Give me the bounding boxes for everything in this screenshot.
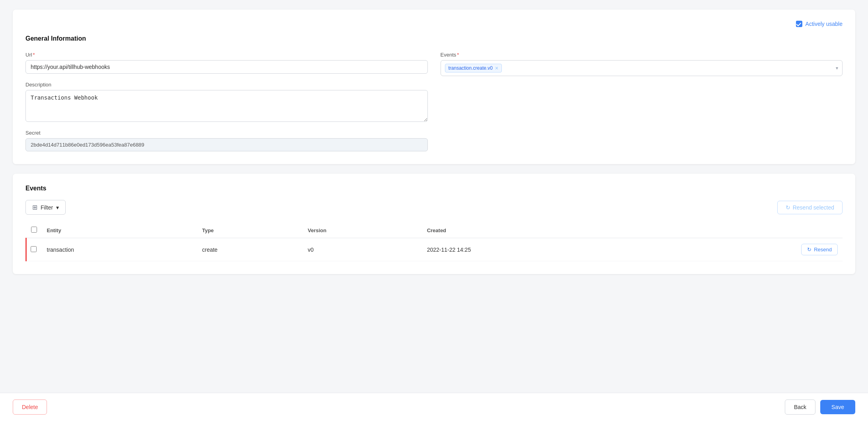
header-version: Version	[303, 223, 422, 238]
events-input-wrapper[interactable]: transaction.create.v0 × ▾	[441, 60, 843, 76]
events-table: Entity Type Version Created	[25, 223, 843, 261]
save-button[interactable]: Save	[820, 400, 855, 414]
actively-usable-label: Actively usable	[806, 21, 843, 27]
row-entity: transaction	[42, 238, 197, 261]
description-label: Description	[25, 82, 428, 88]
general-information-card: Actively usable General Information Url*…	[13, 10, 855, 164]
table-header-row: Entity Type Version Created	[26, 223, 843, 238]
header-created: Created	[422, 223, 648, 238]
events-section-card: Events ⊞ Filter ▾ ↻ Resend selected Enti…	[13, 174, 855, 274]
header-type: Type	[197, 223, 303, 238]
back-button[interactable]: Back	[785, 399, 815, 415]
event-tag: transaction.create.v0 ×	[445, 64, 502, 72]
event-tag-close[interactable]: ×	[495, 65, 498, 71]
actively-usable-toggle[interactable]: Actively usable	[796, 21, 843, 27]
resend-selected-button[interactable]: ↻ Resend selected	[777, 201, 843, 214]
actively-usable-checkbox[interactable]	[796, 21, 802, 27]
resend-icon: ↻	[807, 247, 811, 253]
header-actions	[648, 223, 843, 238]
general-info-title: General Information	[25, 35, 843, 42]
resend-selected-label: Resend selected	[793, 204, 834, 211]
bottom-bar: Delete Back Save	[0, 393, 868, 421]
header-entity: Entity	[42, 223, 197, 238]
row-actions: ↻ Resend	[648, 238, 843, 261]
events-section-title: Events	[25, 185, 843, 192]
secret-field-group: Secret 2bde4d14d711b86e0ed173d596ea53fea…	[25, 130, 428, 151]
filter-icon: ⊞	[32, 204, 37, 211]
table-row: transaction create v0 2022-11-22 14:25 ↻…	[26, 238, 843, 261]
filter-chevron-icon: ▾	[56, 204, 59, 211]
row-version: v0	[303, 238, 422, 261]
row-created: 2022-11-22 14:25	[422, 238, 648, 261]
description-field-group: Description Transactions Webhook	[25, 82, 428, 122]
resend-selected-icon: ↻	[786, 204, 790, 211]
event-tag-label: transaction.create.v0	[449, 65, 493, 71]
description-textarea[interactable]: Transactions Webhook	[25, 90, 428, 122]
events-dropdown-chevron[interactable]: ▾	[836, 65, 838, 71]
delete-button[interactable]: Delete	[13, 399, 47, 415]
filter-bar: ⊞ Filter ▾ ↻ Resend selected	[25, 200, 843, 215]
events-label: Events*	[441, 52, 843, 58]
row-checkbox-cell	[26, 238, 42, 261]
resend-label: Resend	[814, 247, 832, 253]
filter-label: Filter	[41, 204, 53, 211]
url-input[interactable]	[25, 60, 428, 74]
bottom-right-actions: Back Save	[785, 399, 855, 415]
row-checkbox[interactable]	[31, 246, 37, 252]
select-all-checkbox[interactable]	[31, 227, 37, 233]
events-field-group: Events* transaction.create.v0 × ▾	[441, 52, 843, 76]
row-type: create	[197, 238, 303, 261]
filter-button[interactable]: ⊞ Filter ▾	[25, 200, 66, 215]
secret-value: 2bde4d14d711b86e0ed173d596ea53fea87e6889	[25, 138, 428, 151]
header-checkbox-cell	[26, 223, 42, 238]
url-label: Url*	[25, 52, 428, 58]
resend-button[interactable]: ↻ Resend	[801, 244, 838, 255]
url-field-group: Url*	[25, 52, 428, 74]
secret-label: Secret	[25, 130, 428, 136]
